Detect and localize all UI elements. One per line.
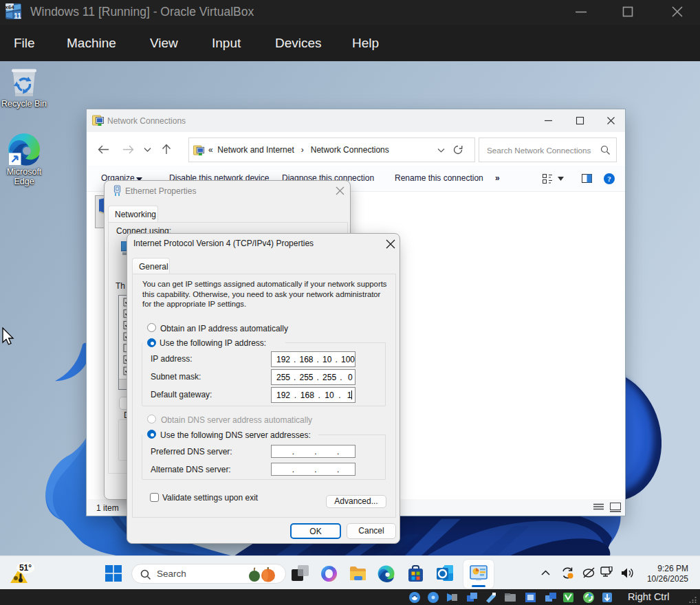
svg-text:x64: x64 [5, 4, 14, 10]
svg-text:11: 11 [14, 12, 21, 20]
svg-text:?: ? [607, 175, 611, 183]
svg-text:51°: 51° [19, 563, 32, 573]
